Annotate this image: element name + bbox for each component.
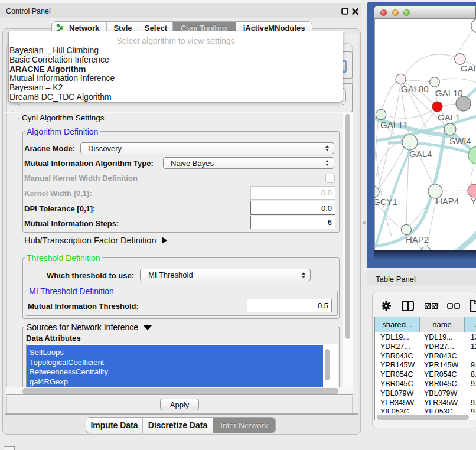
svg-text:GAL11: GAL11	[380, 120, 407, 130]
svg-text:GAL80: GAL80	[401, 84, 429, 94]
svg-text:GCY1: GCY1	[374, 197, 397, 207]
svg-text:GAL1: GAL1	[438, 112, 460, 122]
svg-text:HAP4: HAP4	[436, 196, 459, 206]
svg-text:SWI4: SWI4	[449, 136, 471, 146]
svg-text:GAL7: GAL7	[461, 63, 476, 73]
svg-text:GAL10: GAL10	[435, 88, 463, 98]
svg-text:Y: Y	[471, 196, 476, 206]
svg-text:HAP2: HAP2	[406, 234, 429, 244]
svg-text:GAL4: GAL4	[409, 149, 432, 159]
